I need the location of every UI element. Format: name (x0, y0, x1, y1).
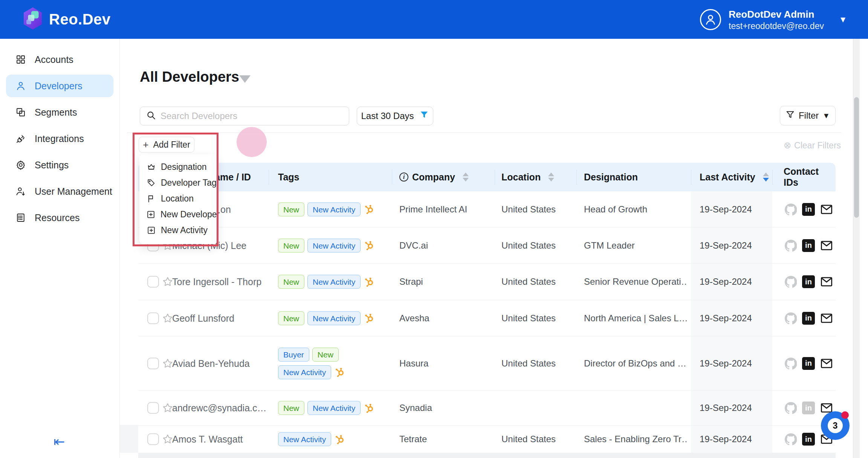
developer-name[interactable]: Aviad Ben-Yehuda (172, 358, 250, 369)
designation-cell: Director of BizOps and … (584, 358, 686, 369)
linkedin-icon[interactable]: in (802, 433, 815, 446)
github-icon[interactable] (785, 402, 797, 414)
row-checkbox[interactable] (147, 402, 159, 414)
row-checkbox[interactable] (147, 357, 159, 369)
collapse-sidebar-icon[interactable]: ⇤ (53, 434, 65, 450)
email-icon[interactable] (820, 313, 833, 324)
location-cell: United States (501, 204, 556, 215)
github-icon[interactable] (785, 312, 797, 324)
github-icon[interactable] (785, 433, 797, 445)
sidebar-item-segments[interactable]: Segments (0, 99, 119, 125)
user-info: ReoDotDev Admin test+reodotdev@reo.dev (729, 8, 824, 31)
clear-filters-button[interactable]: ⊗ Clear Filters (784, 140, 836, 151)
company-cell[interactable]: Synadia (399, 403, 432, 413)
last-activity-cell: 19-Sep-2024 (700, 358, 752, 369)
github-icon[interactable] (785, 203, 797, 215)
email-icon[interactable] (820, 276, 833, 287)
funnel-filled-icon (419, 110, 429, 122)
column-header-tags[interactable]: Tags (278, 163, 300, 191)
designation-cell: Head of Growth (584, 204, 647, 215)
linkedin-icon[interactable]: in (802, 239, 815, 252)
email-icon[interactable] (820, 240, 833, 251)
user-email: test+reodotdev@reo.dev (729, 21, 824, 31)
add-filter-label: Add Filter (153, 140, 190, 150)
scrollbar-track[interactable] (853, 39, 860, 458)
company-cell[interactable]: Tetrate (399, 434, 427, 444)
github-icon[interactable] (785, 276, 797, 288)
info-icon: i (399, 173, 408, 182)
scrollbar-thumb[interactable] (854, 97, 859, 218)
page-title: All Developers (140, 69, 239, 85)
plus-square-icon (146, 225, 156, 235)
tags-cell: NewNew Activity (278, 238, 382, 252)
row-checkbox[interactable] (147, 312, 159, 324)
brand-logo-icon (22, 7, 44, 32)
developer-name[interactable]: andrewc@synadia.c… (172, 403, 267, 414)
linkedin-icon[interactable]: in (802, 203, 815, 216)
row-checkbox[interactable] (147, 276, 159, 288)
topbar: Reo.Dev ReoDotDev Admin test+reodotdev@r… (0, 0, 868, 39)
tag-badge: New (278, 238, 304, 252)
table-header: Name / ID Tags i Company Location Design… (138, 163, 836, 191)
company-cell[interactable]: Hasura (399, 358, 428, 369)
filter-option-developer-tag[interactable]: Developer Tag (139, 175, 217, 191)
company-cell[interactable]: DVC.ai (399, 240, 428, 251)
developer-name[interactable]: Tore Ingersoll - Thorp (172, 276, 261, 287)
avatar (700, 9, 721, 30)
email-icon[interactable] (820, 358, 833, 369)
sort-icon-active[interactable] (763, 173, 769, 182)
sidebar-item-developers[interactable]: Developers (6, 75, 113, 97)
circle-x-icon: ⊗ (784, 140, 791, 151)
page-title-caret-icon[interactable] (239, 75, 251, 83)
last-activity-cell: 19-Sep-2024 (700, 403, 752, 413)
add-filter-button[interactable]: + Add Filter (139, 137, 194, 153)
flag-icon (146, 194, 156, 203)
tags-cell: NewNew Activity (278, 202, 382, 216)
sort-icon[interactable] (548, 173, 554, 182)
contact-ids-cell: in (785, 203, 833, 216)
column-header-location[interactable]: Location (501, 163, 554, 191)
sort-icon[interactable] (463, 173, 469, 182)
row-checkbox[interactable] (147, 434, 159, 445)
filter-option-location[interactable]: Location (139, 191, 217, 206)
github-icon[interactable] (785, 357, 797, 369)
column-header-company[interactable]: i Company (399, 163, 469, 191)
table-row: Aviad Ben-YehudaBuyerNewNew ActivityHasu… (138, 336, 836, 391)
linkedin-icon[interactable]: in (802, 402, 815, 414)
date-range-button[interactable]: Last 30 Days (357, 107, 433, 125)
notification-widget-button[interactable]: 3 (821, 411, 850, 440)
company-cell[interactable]: Avesha (399, 313, 429, 324)
developer-name[interactable]: Geoff Lunsford (172, 313, 234, 324)
search-input[interactable] (160, 111, 338, 121)
sidebar-item-user-management[interactable]: User Management (0, 178, 119, 205)
sidebar-item-settings[interactable]: Settings (0, 152, 119, 178)
tags-cell: New Activity (278, 432, 382, 446)
linkedin-icon[interactable]: in (802, 357, 815, 370)
filter-option-new-developer[interactable]: New Developer (139, 206, 217, 222)
filter-option-designation[interactable]: Designation (139, 159, 217, 175)
sidebar-item-resources[interactable]: Resources (0, 205, 119, 231)
developer-name[interactable]: Amos T. Wasgatt (172, 434, 243, 445)
sidebar-item-integrations[interactable]: Integrations (0, 125, 119, 152)
linkedin-icon[interactable]: in (802, 275, 815, 288)
filter-button[interactable]: Filter ▼ (780, 106, 836, 125)
search-box (140, 107, 349, 125)
user-menu[interactable]: ReoDotDev Admin test+reodotdev@reo.dev ▾ (700, 0, 845, 39)
sidebar-item-accounts[interactable]: Accounts (0, 46, 119, 73)
filter-option-new-activity[interactable]: New Activity (139, 222, 217, 238)
company-cell[interactable]: Strapi (399, 276, 423, 287)
email-icon[interactable] (820, 204, 833, 215)
github-icon[interactable] (785, 240, 797, 252)
chevron-down-icon[interactable]: ▾ (840, 14, 845, 25)
company-cell[interactable]: Prime Intellect AI (399, 204, 467, 215)
column-header-designation[interactable]: Designation (584, 163, 638, 191)
contact-ids-cell: in (785, 357, 833, 370)
column-header-last-activity[interactable]: Last Activity (700, 163, 769, 191)
brand[interactable]: Reo.Dev (22, 7, 111, 32)
table-footer-strip (138, 453, 836, 458)
linkedin-icon[interactable]: in (802, 312, 815, 325)
last-activity-cell: 19-Sep-2024 (700, 313, 752, 324)
location-cell: United States (501, 276, 556, 287)
tag-badge: New Activity (307, 275, 361, 289)
location-cell: United States (501, 434, 556, 444)
